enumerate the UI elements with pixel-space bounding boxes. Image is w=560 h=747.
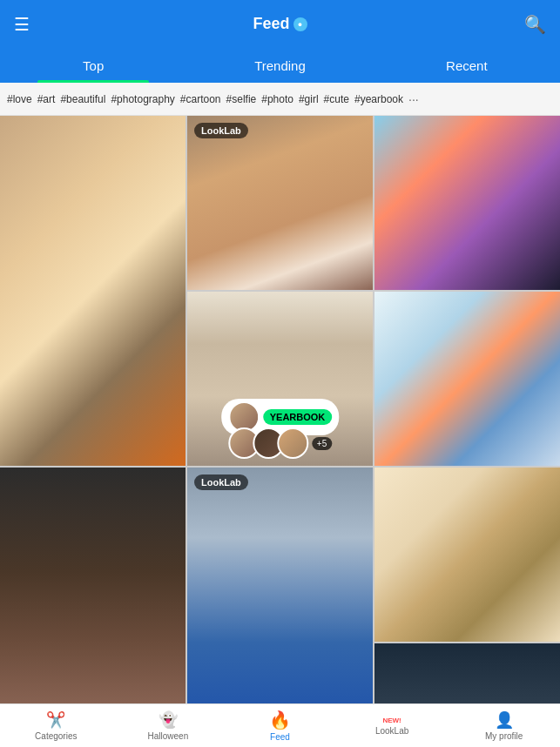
hashtag-love[interactable]: #love: [7, 93, 32, 105]
photo-portrait-brown: [187, 116, 373, 290]
nav-profile[interactable]: 👤 My profile: [448, 704, 560, 747]
hashtag-bar: #love #art #beautiful #photography #cart…: [0, 83, 560, 116]
tab-trending[interactable]: Trending: [186, 48, 373, 83]
photo-black-woman: [0, 468, 186, 703]
grid-item-colorful[interactable]: [374, 116, 560, 290]
hamburger-icon[interactable]: ☰: [14, 14, 30, 35]
hashtag-girl[interactable]: #girl: [299, 93, 319, 105]
grid-item-retro[interactable]: LookLab 70sYEARBOOK: [187, 468, 373, 703]
profile-icon: 👤: [495, 710, 514, 730]
nav-categories[interactable]: ✂️ Categories: [0, 704, 112, 747]
tab-top[interactable]: Top: [0, 48, 186, 83]
tab-recent[interactable]: Recent: [374, 48, 560, 83]
grid-item-portrait-brown[interactable]: LookLab: [187, 116, 373, 290]
nav-feed[interactable]: 🔥 Feed: [224, 704, 336, 747]
photo-grid: LookLab YEARBOOK +5 LookLab 70sYEAR: [0, 116, 560, 703]
photo-woman-hat: [0, 116, 186, 466]
new-badge: NEW!: [382, 717, 401, 724]
avatar-plus: +5: [312, 437, 332, 450]
photo-dark-water: [374, 643, 560, 703]
hashtag-beautiful[interactable]: #beautiful: [60, 93, 105, 105]
hashtag-cute[interactable]: #cute: [324, 93, 349, 105]
avatar-g3: [277, 427, 308, 459]
nav-halloween[interactable]: 👻 Halloween: [112, 704, 225, 747]
grid-item-earrings[interactable]: [374, 292, 560, 466]
avatar-group: +5: [228, 427, 332, 459]
looklab-badge-2: LookLab: [194, 474, 248, 490]
grid-item-dark-water[interactable]: [374, 643, 560, 703]
feed-label: Feed: [270, 732, 290, 742]
tab-bar: Top Trending Recent: [0, 48, 560, 83]
profile-label: My profile: [485, 731, 523, 741]
photo-books: [374, 468, 560, 642]
halloween-icon: 👻: [159, 710, 178, 730]
feed-icon: 🔥: [269, 710, 291, 730]
hashtag-more[interactable]: ···: [408, 92, 419, 106]
photo-retro: [187, 468, 373, 703]
app-header: ☰ Feed ● 🔍: [0, 0, 560, 48]
hashtag-art[interactable]: #art: [37, 93, 56, 105]
hashtag-yearbook[interactable]: #yearbook: [354, 93, 403, 105]
nav-looklab[interactable]: NEW! LookLab: [336, 704, 449, 747]
looklab-badge: LookLab: [194, 123, 248, 138]
grid-item-woman-hat[interactable]: [0, 116, 186, 466]
hashtag-photography[interactable]: #photography: [111, 93, 174, 105]
grid-item-books[interactable]: [374, 468, 560, 642]
hashtag-selfie[interactable]: #selfie: [226, 93, 257, 105]
hashtag-cartoon[interactable]: #cartoon: [180, 93, 221, 105]
grid-item-yearbook-pair[interactable]: YEARBOOK +5: [187, 292, 373, 466]
bottom-navigation: ✂️ Categories 👻 Halloween 🔥 Feed NEW! Lo…: [0, 703, 560, 747]
yearbook-badge: YEARBOOK: [263, 409, 333, 425]
hashtag-photo[interactable]: #photo: [261, 93, 293, 105]
categories-icon: ✂️: [46, 710, 65, 730]
halloween-label: Halloween: [148, 731, 189, 741]
header-title: Feed ●: [253, 15, 307, 33]
photo-earrings: [374, 292, 560, 466]
looklab-label: LookLab: [375, 726, 408, 736]
verified-badge: ●: [293, 17, 307, 31]
categories-label: Categories: [35, 731, 77, 741]
photo-colorful: [374, 116, 560, 290]
grid-item-black-woman[interactable]: [0, 468, 186, 703]
app-title-text: Feed: [253, 15, 289, 33]
search-button[interactable]: 🔍: [524, 14, 546, 35]
